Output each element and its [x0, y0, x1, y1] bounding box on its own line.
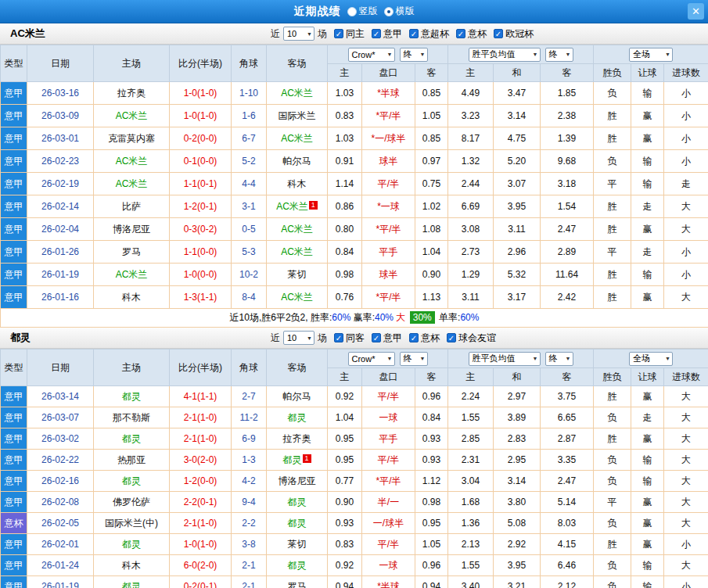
table-row: 意甲26-01-19AC米兰1-0(0-0)10-2莱切0.98球半0.901.…: [1, 264, 708, 286]
checkbox-label: 意超杯: [421, 27, 449, 41]
avg-draw-cell: 2.83: [494, 428, 541, 450]
home-odds-cell: 0.77: [328, 471, 362, 492]
radio-checked-icon: [384, 7, 394, 16]
result-cell: 平: [594, 241, 631, 264]
filter-bar: 近10▼场✓同客✓意甲✓意杯✓球会友谊: [271, 328, 496, 348]
avg-away-cell: 5.14: [541, 492, 594, 513]
chevron-down-icon: ▼: [307, 31, 312, 37]
summary-cell: 近10场,胜6平2负2, 胜率:60% 赢率:40% 大 30% 单率:60%: [1, 309, 708, 328]
corner-cell: 1-3: [232, 450, 267, 471]
away-team-name: 都灵: [288, 497, 307, 507]
handicap-cell: *半球: [362, 576, 415, 588]
filter-checkbox[interactable]: ✓同主: [334, 27, 365, 41]
column-header: 胜负: [594, 368, 631, 386]
odds-company-select[interactable]: Crow*▼: [348, 352, 395, 366]
avg-final-select[interactable]: 终▼: [545, 352, 573, 366]
avg-odds-select[interactable]: 胜平负均值▼: [469, 352, 541, 366]
column-header: 盘口: [362, 368, 415, 386]
away-team-cell: 都灵: [267, 513, 328, 534]
corner-cell: 6-7: [232, 127, 267, 150]
away-odds-cell: 1.08: [415, 218, 448, 241]
away-team-cell: 拉齐奥: [267, 428, 328, 450]
chevron-down-icon: ▼: [387, 356, 393, 361]
radio-horizontal-layout[interactable]: 横版: [384, 5, 415, 18]
summary-segment: 赢率:: [350, 312, 375, 323]
recent-label: 近: [271, 332, 280, 345]
away-odds-cell: 1.13: [415, 286, 448, 309]
scope-select[interactable]: 全场▼: [629, 48, 673, 62]
filter-checkbox[interactable]: ✓意甲: [372, 332, 402, 345]
date-cell: 26-02-08: [27, 492, 94, 513]
score-cell: 0-2(0-1): [170, 576, 232, 588]
away-odds-cell: 0.85: [415, 127, 448, 150]
handicap-cell: 平/半: [362, 386, 415, 407]
score-cell: 3-0(2-0): [170, 450, 232, 471]
home-odds-cell: 0.86: [328, 195, 362, 218]
filter-checkbox[interactable]: ✓意超杯: [409, 27, 449, 41]
away-odds-cell: 0.84: [415, 407, 448, 428]
filter-checkbox[interactable]: ✓意杯: [456, 27, 487, 41]
date-cell: 26-01-24: [27, 555, 94, 576]
odds-company-select[interactable]: Crow*▼: [348, 48, 395, 62]
page-title: 近期战绩: [294, 5, 341, 19]
result-cell: 胜: [594, 105, 631, 127]
handicap-cell: *平/半: [362, 105, 415, 127]
odds-final-select[interactable]: 终▼: [400, 48, 428, 62]
home-odds-cell: 0.84: [328, 241, 362, 264]
avg-away-cell: 2.47: [541, 218, 594, 241]
score-cell: 1-0(1-0): [170, 105, 232, 127]
result-cell: 负: [594, 150, 631, 173]
scope-group: 全场▼: [594, 45, 708, 64]
avg-draw-cell: 5.08: [494, 513, 541, 534]
date-cell: 26-02-16: [27, 471, 94, 492]
table-row: 意甲26-03-01克雷莫内塞0-2(0-0)6-7AC米兰1.03*一/球半0…: [1, 127, 708, 150]
odds-final-select[interactable]: 终▼: [400, 352, 428, 366]
goals-result-cell: 小: [664, 127, 708, 150]
away-team-name: 都灵: [283, 454, 302, 465]
match-count-select-value: 10: [287, 333, 296, 342]
results-table: 类型日期主场比分(半场)角球客场Crow*▼终▼胜平负均值▼终▼全场▼主盘口客主…: [0, 45, 708, 328]
spread-result-cell: 走: [631, 241, 664, 264]
avg-home-cell: 2.13: [448, 534, 494, 555]
result-cell: 胜: [594, 286, 631, 309]
avg-odds-select[interactable]: 胜平负均值▼: [469, 48, 541, 62]
close-button[interactable]: ✕: [688, 3, 704, 20]
filter-checkbox[interactable]: ✓意甲: [372, 27, 402, 41]
spread-result-cell: 赢: [631, 218, 664, 241]
filter-checkbox[interactable]: ✓意杯: [409, 332, 440, 345]
home-odds-cell: 0.95: [328, 428, 362, 450]
home-team-name: 那不勒斯: [113, 412, 150, 423]
corner-cell: 2-7: [232, 386, 267, 407]
scope-controls: 全场▼: [594, 352, 708, 366]
filter-checkbox[interactable]: ✓同客: [334, 332, 365, 345]
home-team-name: AC米兰: [116, 269, 148, 280]
league-type-cell: 意甲: [1, 218, 27, 241]
scope-select[interactable]: 全场▼: [629, 352, 673, 366]
goals-result-cell: 大: [664, 218, 708, 241]
filter-checkbox[interactable]: ✓欧冠杯: [494, 27, 534, 41]
away-odds-cell: 0.93: [415, 450, 448, 471]
home-odds-cell: 1.14: [328, 173, 362, 195]
column-header: 客: [541, 64, 594, 82]
checkbox-label: 欧冠杯: [505, 27, 534, 41]
home-odds-cell: 0.92: [328, 555, 362, 576]
avg-home-cell: 2.24: [448, 386, 494, 407]
avg-final-select[interactable]: 终▼: [545, 48, 573, 62]
matches-label: 场: [318, 27, 327, 41]
avg-draw-cell: 3.89: [494, 407, 541, 428]
match-count-select[interactable]: 10▼: [283, 331, 314, 345]
checkbox-checked-icon: ✓: [334, 29, 343, 38]
home-team-name: AC米兰: [116, 110, 148, 121]
avg-draw-cell: 2.97: [494, 386, 541, 407]
checkbox-checked-icon: ✓: [456, 29, 465, 38]
avg-home-cell: 3.11: [448, 286, 494, 309]
column-header: 客场: [267, 350, 328, 386]
radio-vertical-layout[interactable]: 竖版: [347, 5, 378, 18]
match-count-select[interactable]: 10▼: [283, 27, 314, 41]
column-header: 主: [448, 64, 494, 82]
home-team-cell: 都灵: [94, 471, 170, 492]
avg-away-cell: 11.64: [541, 264, 594, 286]
column-header: 让球: [631, 368, 664, 386]
filter-checkbox[interactable]: ✓球会友谊: [447, 332, 496, 345]
home-team-cell: 国际米兰(中): [94, 513, 170, 534]
